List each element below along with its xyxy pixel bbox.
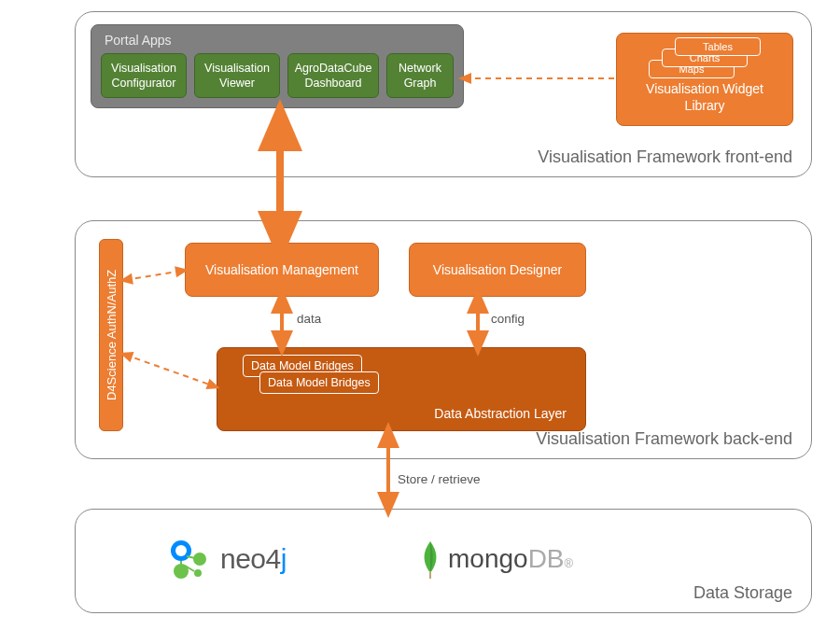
dal-label: Data Abstraction Layer <box>434 406 567 421</box>
svg-point-4 <box>194 569 202 577</box>
backend-label: Visualisation Framework back-end <box>536 429 792 449</box>
app-viewer: Visualisation Viewer <box>194 53 280 98</box>
app-agrodatacube: AgroDataCube Dashboard <box>287 53 379 98</box>
label-config: config <box>491 312 525 326</box>
svg-point-1 <box>175 545 187 556</box>
app-network-graph: Network Graph <box>386 53 454 98</box>
widget-library-label: Visualisation Widget Library <box>646 81 763 113</box>
frontend-label: Visualisation Framework front-end <box>538 147 792 167</box>
vis-designer-box: Visualisation Designer <box>409 243 586 297</box>
svg-point-2 <box>193 553 206 566</box>
storage-label: Data Storage <box>693 583 792 603</box>
vis-management-box: Visualisation Management <box>185 243 379 297</box>
neo4j-icon <box>168 538 211 581</box>
authz-box: D4Science AuthN/AuthZ <box>99 239 123 431</box>
app-configurator: Visualisation Configurator <box>101 53 187 98</box>
neo4j-text: neo4j <box>220 543 287 575</box>
widget-stack: Maps Charts Tables <box>649 37 779 84</box>
portal-apps-label: Portal Apps <box>105 33 454 48</box>
bridge-card-2: Data Model Bridges <box>259 371 379 394</box>
apps-row: Visualisation Configurator Visualisation… <box>101 53 454 98</box>
mongo-text: mongoDB® <box>448 544 573 574</box>
mongo-leaf-icon <box>420 539 441 579</box>
portal-apps-container: Portal Apps Visualisation Configurator V… <box>91 24 464 108</box>
neo4j-logo: neo4j <box>168 538 287 581</box>
mongo-logo: mongoDB® <box>420 539 573 579</box>
label-data: data <box>297 312 321 326</box>
label-store: Store / retrieve <box>398 472 481 486</box>
widget-card-tables: Tables <box>675 37 761 56</box>
